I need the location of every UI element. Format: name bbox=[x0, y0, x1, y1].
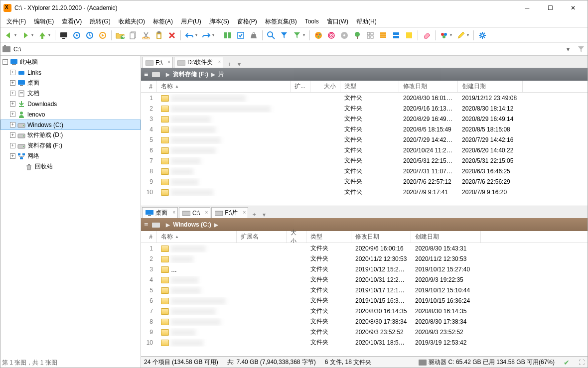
collapse-icon[interactable]: − bbox=[2, 59, 8, 65]
menu-item[interactable]: 窗格(P) bbox=[233, 16, 261, 27]
hamburger-icon[interactable]: ≡ bbox=[144, 221, 148, 229]
column-header[interactable]: 修改日期 bbox=[351, 231, 411, 243]
table-row[interactable]: 3 文件夹2020/8/29 16:49:142020/8/29 16:49:1… bbox=[141, 114, 588, 124]
back-history[interactable]: ▾ bbox=[14, 33, 18, 37]
address-path[interactable]: C:\ bbox=[13, 46, 567, 53]
tree-item[interactable]: +桌面 bbox=[0, 78, 141, 88]
tree-root[interactable]: − 此电脑 bbox=[0, 57, 141, 67]
column-header[interactable]: 大小 bbox=[310, 81, 340, 92]
note-button[interactable] bbox=[403, 29, 415, 41]
close-button[interactable]: ✕ bbox=[562, 0, 585, 15]
minimize-button[interactable]: ─ bbox=[516, 0, 539, 15]
table-row[interactable]: 9 文件夹2020/7/6 22:57:122020/7/6 22:56:29 bbox=[141, 176, 588, 187]
refresh-button[interactable] bbox=[84, 29, 96, 41]
table-row[interactable]: 4 文件夹2020/8/5 18:15:492020/8/5 18:15:08 bbox=[141, 124, 588, 134]
redo-history[interactable]: ▾ bbox=[212, 33, 216, 37]
paste-button[interactable] bbox=[153, 29, 165, 41]
menu-item[interactable]: 窗口(W) bbox=[323, 16, 352, 27]
menu-item[interactable]: 用户(U) bbox=[177, 16, 205, 27]
delete-button[interactable] bbox=[166, 29, 178, 41]
table-row[interactable]: 6 文件夹2019/10/15 16:36:242019/10/15 16:36… bbox=[141, 295, 588, 306]
close-icon[interactable]: × bbox=[205, 210, 208, 215]
column-header[interactable]: 名称▲ bbox=[157, 231, 237, 243]
weight-button[interactable] bbox=[248, 29, 260, 41]
chevron-right-icon[interactable]: ▶ bbox=[166, 72, 170, 77]
split-button[interactable] bbox=[390, 29, 402, 41]
tree-item[interactable]: +lenovo bbox=[0, 109, 141, 120]
expand-icon[interactable]: + bbox=[10, 101, 15, 107]
tab[interactable]: F:\片× bbox=[211, 207, 248, 218]
table-row[interactable]: 1 文件夹2020/9/6 16:00:162020/8/30 15:43:31 bbox=[141, 243, 588, 253]
close-icon[interactable]: × bbox=[167, 59, 170, 65]
column-header-top[interactable]: #名称▲扩...大小类型修改日期创建日期 bbox=[141, 81, 588, 93]
column-header[interactable]: 修改日期 bbox=[399, 81, 458, 92]
menu-item[interactable]: 编辑(E) bbox=[30, 16, 58, 27]
menu-item[interactable]: 查看(V) bbox=[58, 16, 86, 27]
breadcrumb-extra[interactable]: 片 bbox=[218, 70, 224, 79]
tree-item[interactable]: +Links bbox=[0, 67, 141, 78]
filter-menu[interactable]: ▾ bbox=[303, 33, 307, 37]
spiral-button[interactable] bbox=[325, 29, 337, 41]
tree-item[interactable]: +资料存储 (F:) bbox=[0, 140, 141, 151]
expand-icon[interactable]: + bbox=[10, 91, 15, 96]
up-button[interactable] bbox=[36, 29, 48, 41]
expand-icon[interactable]: + bbox=[10, 122, 15, 127]
table-row[interactable]: 3 文件夹2019/10/12 15:27:402019/10/12 15:27… bbox=[141, 264, 588, 274]
menu-item[interactable]: 收藏夹(O) bbox=[115, 16, 149, 27]
palette2-button[interactable] bbox=[438, 29, 450, 41]
menu-item[interactable]: 标签(A) bbox=[149, 16, 177, 27]
column-header[interactable]: 扩展名 bbox=[237, 231, 287, 243]
column-header-bottom[interactable]: #名称▲扩展名大小类型修改日期创建日期 bbox=[141, 231, 588, 243]
column-header[interactable]: 扩... bbox=[291, 81, 310, 92]
eraser-button[interactable] bbox=[421, 29, 433, 41]
menu-item[interactable]: 脚本(S) bbox=[205, 16, 233, 27]
table-row[interactable]: 7 文件夹2020/5/31 22:15:052020/5/31 22:15:0… bbox=[141, 155, 588, 166]
checkbox-button[interactable] bbox=[235, 29, 247, 41]
dual-pane-button[interactable] bbox=[222, 29, 234, 41]
search-button[interactable] bbox=[265, 29, 277, 41]
close-icon[interactable]: × bbox=[218, 59, 221, 65]
status-expand-icon[interactable]: ⛶ bbox=[579, 359, 585, 366]
expand-icon[interactable]: + bbox=[10, 143, 15, 148]
monitor-button[interactable] bbox=[58, 29, 70, 41]
tab-menu[interactable]: ▾ bbox=[234, 61, 244, 68]
tab[interactable]: C:\× bbox=[179, 207, 210, 218]
address-dropdown[interactable]: ▾ bbox=[567, 46, 575, 53]
table-row[interactable]: 1 文件夹2020/8/30 16:01:112019/12/12 23:49:… bbox=[141, 93, 588, 103]
table-row[interactable]: 10 文件夹2020/10/31 18:59:502019/3/19 12:53… bbox=[141, 337, 588, 348]
filter-icon[interactable] bbox=[577, 45, 586, 54]
up-history[interactable]: ▾ bbox=[48, 33, 52, 37]
tree-item[interactable]: +文档 bbox=[0, 88, 141, 99]
chevron-right-icon[interactable]: ▶ bbox=[211, 72, 215, 77]
filter-green-button[interactable] bbox=[291, 29, 303, 41]
folder-tree[interactable]: − 此电脑 +Links+桌面+文档+Downloads+lenovo+Wind… bbox=[0, 56, 141, 368]
breadcrumb-bottom[interactable]: ≡ ▶ Windows (C:) ▶ bbox=[141, 218, 588, 231]
expand-icon[interactable]: + bbox=[10, 70, 15, 75]
table-row[interactable]: 2 文件夹2020/9/16 16:13:592020/8/30 18:14:1… bbox=[141, 103, 588, 114]
new-tab-button[interactable]: + bbox=[224, 61, 234, 68]
expand-icon[interactable]: + bbox=[10, 80, 15, 86]
column-header[interactable]: 类型 bbox=[306, 231, 351, 243]
undo-history[interactable]: ▾ bbox=[195, 33, 199, 37]
hamburger-icon[interactable]: ≡ bbox=[144, 70, 148, 78]
breadcrumb-top[interactable]: ≡ ▶ 资料存储 (F:) ▶ 片 bbox=[141, 68, 588, 81]
maximize-button[interactable]: ☐ bbox=[539, 0, 562, 15]
tree-item[interactable]: +Downloads bbox=[0, 99, 141, 109]
disc-button[interactable] bbox=[338, 29, 350, 41]
column-header[interactable]: # bbox=[141, 231, 157, 243]
table-row[interactable]: 9 文件夹2020/9/3 23:52:522020/9/3 23:52:52 bbox=[141, 327, 588, 337]
filter-blue-button[interactable] bbox=[278, 29, 290, 41]
forward-button[interactable] bbox=[19, 29, 31, 41]
table-row[interactable]: 5 文件夹2019/10/17 12:10:292019/10/12 15:10… bbox=[141, 285, 588, 295]
table-row[interactable]: 2 文件夹2020/11/2 12:30:532020/11/2 12:30:5… bbox=[141, 253, 588, 264]
column-header[interactable]: 创建日期 bbox=[411, 231, 481, 243]
undo-button[interactable] bbox=[183, 29, 195, 41]
new-tab-button[interactable]: + bbox=[249, 211, 259, 218]
forward-history[interactable]: ▾ bbox=[31, 33, 35, 37]
tab[interactable]: F:\× bbox=[142, 57, 173, 68]
chevron-right-icon[interactable]: ▶ bbox=[214, 222, 218, 228]
tree-item[interactable]: +网络 bbox=[0, 151, 141, 161]
menu-item[interactable]: Tools bbox=[301, 16, 323, 27]
palette-button[interactable] bbox=[312, 29, 324, 41]
menu-item[interactable]: 标签页集(B) bbox=[261, 16, 301, 27]
